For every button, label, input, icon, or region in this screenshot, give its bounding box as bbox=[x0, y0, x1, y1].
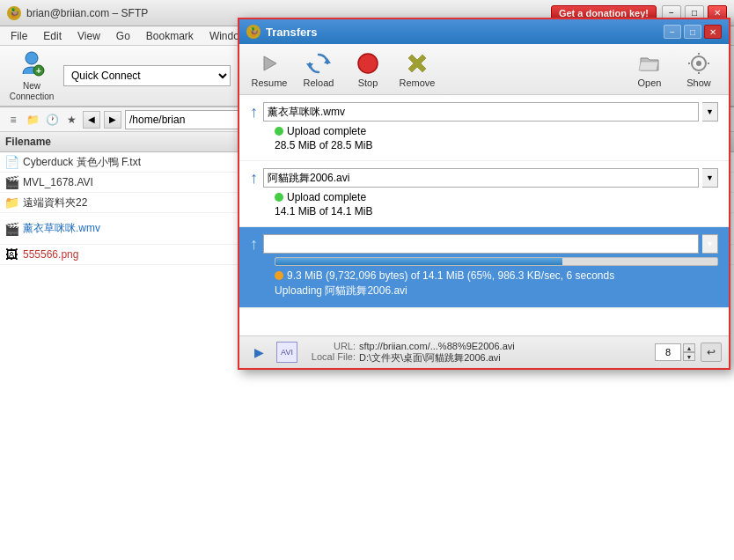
url-row: URL: sftp://briian.com/...%88%9E2006.avi bbox=[303, 341, 650, 351]
open-icon bbox=[637, 51, 662, 76]
size-text-1: 28.5 MiB of 28.5 MiB bbox=[275, 139, 372, 151]
menu-view[interactable]: View bbox=[70, 28, 107, 44]
bookmark-icon: ★ bbox=[63, 112, 79, 128]
remove-button[interactable]: Remove bbox=[394, 48, 440, 92]
transfers-app-icon: 🦆 bbox=[246, 25, 261, 39]
title-bar-left: 🦆 brian@briian.com – SFTP bbox=[7, 6, 148, 20]
quick-connect-dropdown[interactable]: Quick Connect bbox=[63, 65, 231, 86]
file-icon-txt: 📄 bbox=[4, 154, 19, 170]
status-text-3: 9.3 MiB (9,732,096 bytes) of 14.1 MiB (6… bbox=[287, 269, 614, 282]
local-row: Local File: D:\文件夾\桌面\阿貓跳舞2006.avi bbox=[303, 351, 650, 365]
resume-icon bbox=[257, 51, 282, 76]
upload-arrow-icon-3: ↑ bbox=[250, 235, 258, 254]
path-back-button[interactable]: ◀ bbox=[83, 111, 100, 129]
speed-up-button[interactable]: ▲ bbox=[683, 343, 695, 352]
filename-bar-1: 薰衣草咪咪.wmv ▼ bbox=[263, 102, 718, 122]
url-label: URL: bbox=[303, 341, 356, 351]
speed-control: ▲ ▼ bbox=[655, 343, 695, 361]
filename-dropdown-3[interactable]: ▼ bbox=[702, 234, 718, 254]
filename-dropdown-2[interactable]: ▼ bbox=[702, 168, 718, 188]
menu-file[interactable]: File bbox=[4, 28, 34, 44]
path-forward-button[interactable]: ▶ bbox=[104, 111, 121, 129]
transfers-window-controls: − □ ✕ bbox=[664, 25, 722, 39]
new-connection-label: New Connection bbox=[6, 81, 57, 102]
svg-point-33 bbox=[696, 61, 701, 66]
new-connection-icon: + bbox=[18, 49, 46, 77]
transfer-filename-1: 薰衣草咪咪.wmv bbox=[263, 102, 699, 122]
breadcrumb-icon: ≡ bbox=[5, 112, 21, 128]
speed-input[interactable] bbox=[655, 343, 681, 361]
reload-label: Reload bbox=[304, 77, 334, 88]
transfer-filename-2: 阿貓跳舞2006.avi bbox=[263, 168, 699, 188]
transfer-status-2: Upload complete bbox=[275, 191, 718, 203]
stop-label: Stop bbox=[358, 77, 378, 88]
transfers-list: ↑ 薰衣草咪咪.wmv ▼ Upload complete 28.5 MiB o… bbox=[239, 95, 729, 335]
svg-text:+: + bbox=[36, 66, 41, 76]
transfers-minimize-button[interactable]: − bbox=[664, 25, 681, 39]
local-label: Local File: bbox=[303, 351, 356, 365]
file-type-icon: AVI bbox=[276, 342, 297, 363]
transfers-close-button[interactable]: ✕ bbox=[704, 25, 722, 39]
status-text-1: Upload complete bbox=[287, 125, 366, 137]
open-label: Open bbox=[638, 77, 662, 88]
resume-button[interactable]: Resume bbox=[246, 48, 292, 92]
transfer-size-2: 14.1 MiB of 14.1 MiB bbox=[275, 205, 718, 217]
upload-arrow-icon-2: ↑ bbox=[250, 169, 258, 188]
reload-button[interactable]: Reload bbox=[296, 48, 341, 92]
filename-bar-3: 阿貓跳舞2006.avi ▼ bbox=[263, 234, 718, 254]
show-button[interactable]: Show bbox=[676, 48, 722, 92]
remove-icon bbox=[405, 51, 429, 76]
status-text-2: Upload complete bbox=[287, 191, 366, 203]
transfers-toolbar: Resume Reload Stop bbox=[239, 44, 729, 95]
transfer-header-1: ↑ 薰衣草咪咪.wmv ▼ bbox=[250, 102, 718, 122]
status-dot-3 bbox=[275, 271, 283, 280]
filename-dropdown-1[interactable]: ▼ bbox=[702, 102, 718, 122]
svg-marker-28 bbox=[264, 56, 276, 70]
stop-button[interactable]: Stop bbox=[345, 48, 391, 92]
app-icon: 🦆 bbox=[7, 6, 21, 20]
show-icon bbox=[686, 51, 711, 76]
open-button[interactable]: Open bbox=[627, 48, 672, 92]
transfer-item-2: ↑ 阿貓跳舞2006.avi ▼ Upload complete 14.1 Mi… bbox=[239, 161, 729, 227]
upload-arrow-icon: ↑ bbox=[250, 103, 258, 122]
clock-icon: 🕐 bbox=[44, 112, 60, 128]
folder-icon: 📁 bbox=[4, 195, 19, 210]
url-value: sftp://briian.com/...%88%9E2006.avi bbox=[359, 341, 515, 351]
transfer-header-2: ↑ 阿貓跳舞2006.avi ▼ bbox=[250, 168, 718, 188]
transfers-window: 🦆 Transfers − □ ✕ Resume bbox=[238, 18, 730, 370]
transfer-status-1: Upload complete bbox=[275, 125, 718, 137]
transfers-bottom: ▶ AVI URL: sftp://briian.com/...%88%9E20… bbox=[239, 335, 729, 368]
show-label: Show bbox=[686, 77, 711, 88]
speed-down-button[interactable]: ▼ bbox=[683, 352, 695, 361]
transfer-header-3: ↑ 阿貓跳舞2006.avi ▼ bbox=[250, 234, 718, 254]
stop-icon bbox=[356, 51, 380, 76]
speed-arrows: ▲ ▼ bbox=[683, 343, 695, 361]
svg-point-31 bbox=[358, 54, 378, 73]
file-icon-png: 🖼 bbox=[4, 247, 19, 262]
progress-bar-3 bbox=[275, 257, 718, 266]
transfer-status-3: 9.3 MiB (9,732,096 bytes) of 14.1 MiB (6… bbox=[275, 269, 718, 282]
remove-label: Remove bbox=[400, 77, 436, 88]
transfer-filename-3: 阿貓跳舞2006.avi bbox=[263, 234, 699, 254]
resume-label: Resume bbox=[252, 77, 288, 88]
menu-edit[interactable]: Edit bbox=[36, 28, 69, 44]
progress-fill-3 bbox=[275, 258, 562, 265]
svg-point-0 bbox=[26, 52, 38, 64]
filename-bar-2: 阿貓跳舞2006.avi ▼ bbox=[263, 168, 718, 188]
bottom-info: URL: sftp://briian.com/...%88%9E2006.avi… bbox=[303, 341, 650, 365]
menu-go[interactable]: Go bbox=[109, 28, 137, 44]
status-dot-1 bbox=[275, 127, 283, 136]
back-button[interactable]: ↩ bbox=[701, 343, 722, 362]
transfer-size-1: 28.5 MiB of 28.5 MiB bbox=[275, 139, 718, 151]
transfers-title-left: 🦆 Transfers bbox=[246, 25, 318, 39]
folder-icon: 📁 bbox=[25, 112, 40, 128]
transfer-item-1: ↑ 薰衣草咪咪.wmv ▼ Upload complete 28.5 MiB o… bbox=[239, 95, 729, 161]
file-icon-wmv: 🎬 bbox=[4, 221, 19, 237]
menu-bookmark[interactable]: Bookmark bbox=[139, 28, 201, 44]
transfer-substatus-3: Uploading 阿貓跳舞2006.avi bbox=[275, 284, 718, 298]
file-icon-avi: 🎬 bbox=[4, 174, 19, 190]
transfers-maximize-button[interactable]: □ bbox=[684, 25, 701, 39]
transfer-item-3: ↑ 阿貓跳舞2006.avi ▼ 9.3 MiB (9,732,096 byte… bbox=[239, 227, 729, 308]
reload-icon bbox=[306, 51, 331, 76]
new-connection-button[interactable]: + New Connection bbox=[5, 49, 58, 102]
